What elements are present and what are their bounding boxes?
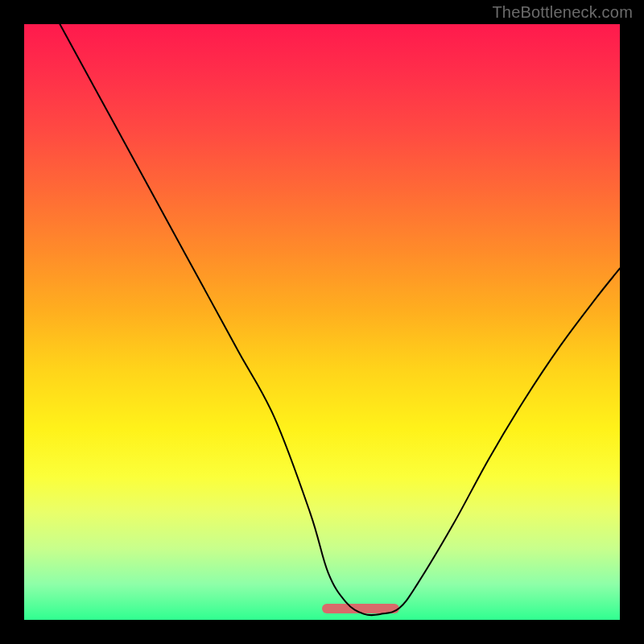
watermark-text: TheBottleneck.com [492, 3, 633, 22]
chart-frame: TheBottleneck.com [0, 0, 644, 644]
plot-area [24, 24, 620, 620]
curve-svg [24, 24, 620, 620]
bottleneck-curve [60, 24, 620, 615]
